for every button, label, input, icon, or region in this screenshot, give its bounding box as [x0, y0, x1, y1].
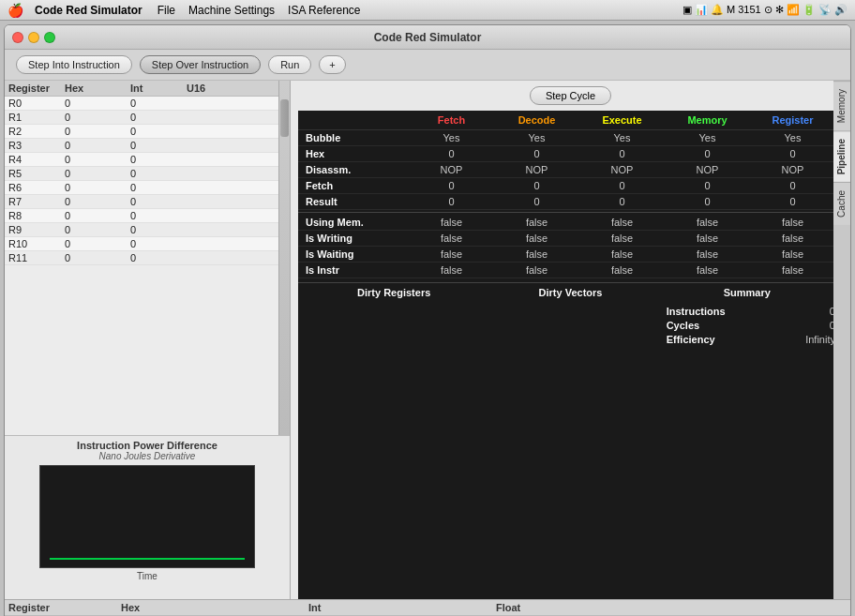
vcol-register: Register	[8, 602, 121, 613]
table-cell: R8	[8, 210, 65, 221]
pipeline-cell-memory: false	[665, 217, 750, 228]
tab-cache[interactable]: Cache	[833, 182, 850, 225]
pipeline-column-headers: Fetch Decode Execute Memory Register	[298, 111, 843, 130]
table-cell: 0	[130, 154, 187, 165]
pipeline-cell-memory: 0	[665, 148, 750, 159]
efficiency-value: Infinity	[805, 334, 835, 345]
pipeline-cell-register: false	[750, 233, 835, 244]
table-row: R900	[5, 223, 278, 237]
dirty-registers-header: Dirty Registers	[306, 287, 482, 298]
pipeline-row-label: Using Mem.	[306, 217, 409, 228]
menu-isa-reference[interactable]: ISA Reference	[288, 4, 360, 17]
table-row: R1100	[5, 251, 278, 265]
toolbar: Step Into Instruction Step Over Instruct…	[5, 50, 850, 81]
table-cell: 0	[130, 224, 187, 235]
pipeline-cell-fetch: false	[409, 248, 494, 260]
table-cell: 0	[65, 168, 130, 179]
step-over-button[interactable]: Step Over Instruction	[140, 55, 261, 74]
pipeline-cell-execute: Yes	[579, 132, 665, 143]
pipeline-row: Using Mem.falsefalsefalsefalsefalse	[298, 215, 843, 231]
run-button[interactable]: Run	[268, 55, 311, 74]
tab-pipeline[interactable]: Pipeline	[833, 130, 850, 182]
table-row: R100	[5, 111, 278, 125]
table-cell: R10	[8, 238, 65, 249]
pipeline-row-label: Hex	[306, 148, 409, 159]
scrollbar-thumb[interactable]	[280, 99, 289, 137]
pipeline-row: Fetch00000	[298, 178, 843, 194]
vector-section: Register Hex Int Float V00|0|0|00|0|0|00…	[5, 599, 850, 616]
menubar: 🍎 Code Red Simulator File Machine Settin…	[0, 0, 855, 21]
table-cell: 0	[130, 210, 187, 221]
pipeline-row-label: Is Waiting	[306, 248, 409, 260]
pipeline-bottom-headers: Dirty Registers Dirty Vectors Summary	[306, 287, 835, 306]
close-button[interactable]	[12, 32, 23, 43]
table-row: R1000	[5, 237, 278, 251]
table-row: R700	[5, 195, 278, 209]
apple-menu[interactable]: 🍎	[8, 3, 23, 18]
pipeline-cell-register: false	[750, 217, 835, 228]
tab-memory[interactable]: Memory	[833, 81, 850, 130]
pipeline-cell-decode: 0	[494, 196, 579, 207]
pipeline-cell-fetch: false	[409, 233, 494, 244]
table-cell: 0	[65, 238, 130, 249]
pipeline-row-label: Bubble	[306, 132, 409, 143]
register-scrollbar[interactable]	[278, 81, 290, 435]
table-cell: 0	[65, 112, 130, 123]
table-cell: 0	[130, 126, 187, 137]
titlebar: Code Red Simulator	[5, 25, 850, 50]
power-title: Instruction Power Difference	[8, 440, 286, 451]
table-cell: 0	[65, 196, 130, 207]
pipeline-cell-execute: 0	[579, 148, 665, 159]
traffic-lights	[12, 32, 55, 43]
pipeline-row-label: Result	[306, 196, 409, 207]
pipeline-cell-execute: false	[579, 217, 665, 228]
table-cell: R7	[8, 196, 65, 207]
step-cycle-button[interactable]: Step Cycle	[530, 86, 611, 105]
pipeline-table: Fetch Decode Execute Memory Register Bub…	[298, 111, 843, 599]
table-cell: 0	[130, 182, 187, 193]
step-into-button[interactable]: Step Into Instruction	[16, 55, 132, 74]
main-content: Register Hex Int U16 R000R100R200R300R40…	[5, 81, 850, 599]
pipeline-row: Is Instrfalsefalsefalsefalsefalse	[298, 263, 843, 278]
pipeline-cell-memory: false	[665, 264, 750, 276]
pipeline-cell-memory: 0	[665, 180, 750, 191]
pipeline-cell-decode: 0	[494, 180, 579, 191]
step-cycle-header: Step Cycle	[291, 81, 850, 111]
pipeline-cell-register: Yes	[750, 132, 835, 143]
menu-machine-settings[interactable]: Machine Settings	[188, 4, 275, 17]
table-cell: R3	[8, 140, 65, 151]
power-subtitle: Nano Joules Derivative	[8, 451, 286, 461]
ph-empty	[306, 114, 409, 126]
pipeline-cell-fetch: 0	[409, 196, 494, 207]
table-row: R200	[5, 125, 278, 139]
col-int: Int	[130, 83, 187, 94]
pipeline-rows: BubbleYesYesYesYesYesHex00000Disassm.NOP…	[298, 130, 843, 278]
cycles-row: Cycles 0	[667, 320, 835, 331]
pipeline-header-fetch: Fetch	[409, 114, 494, 126]
pipeline-bottom-section: Dirty Registers Dirty Vectors Summary In…	[298, 282, 843, 349]
table-cell: 0	[130, 98, 187, 109]
minimize-button[interactable]	[28, 32, 39, 43]
table-cell: R2	[8, 126, 65, 137]
pipeline-cell-memory: false	[665, 248, 750, 260]
table-cell: R9	[8, 224, 65, 235]
plus-button[interactable]: +	[319, 55, 345, 74]
table-cell: 0	[130, 238, 187, 249]
pipeline-cell-memory: NOP	[665, 164, 750, 175]
main-window: Code Red Simulator Step Into Instruction…	[4, 24, 851, 616]
maximize-button[interactable]	[44, 32, 55, 43]
pipeline-header-decode: Decode	[494, 114, 579, 126]
pipeline-row: Hex00000	[298, 146, 843, 162]
col-u16: U16	[187, 83, 262, 94]
table-cell: 0	[65, 182, 130, 193]
pipeline-cell-execute: false	[579, 233, 665, 244]
cycles-label: Cycles	[667, 320, 699, 331]
pipeline-cell-fetch: 0	[409, 148, 494, 159]
col-hex: Hex	[65, 83, 130, 94]
pipeline-cell-fetch: false	[409, 264, 494, 276]
pipeline-cell-register: false	[750, 248, 835, 260]
pipeline-cell-register: 0	[750, 148, 835, 159]
menu-file[interactable]: File	[158, 4, 175, 17]
pipeline-row: Disassm.NOPNOPNOPNOPNOP	[298, 162, 843, 178]
pipeline-header-register: Register	[750, 114, 835, 126]
